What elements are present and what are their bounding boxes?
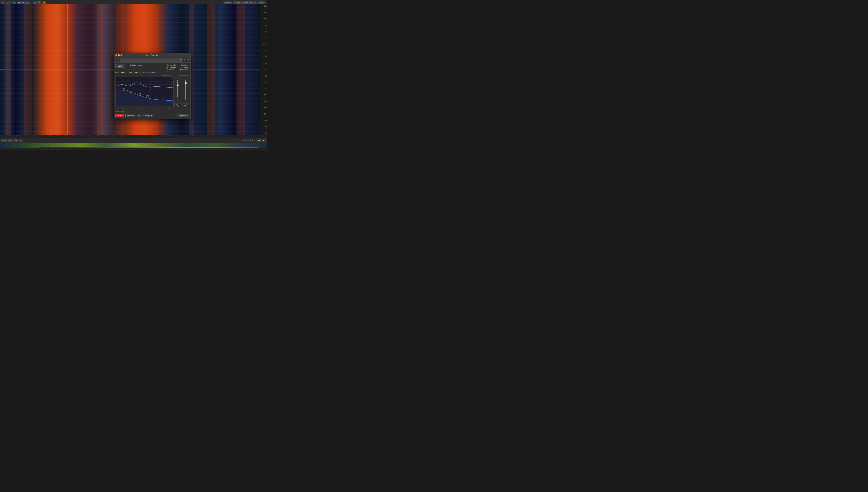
toolbar-hand-btn[interactable]: ✋ xyxy=(42,1,46,4)
toolbar-zoom-btn[interactable]: 🔍 xyxy=(37,1,42,4)
close-window-btn[interactable] xyxy=(115,54,117,56)
ruler-tick-38: 38 xyxy=(168,135,170,137)
transport-record-btn[interactable]: ● xyxy=(16,149,19,150)
zoom-selection-btn[interactable]: ⊞ xyxy=(20,139,23,142)
freq-labels: 100 1k 10k Hz xyxy=(115,108,189,109)
toolbar-forward-btn[interactable]: → xyxy=(6,1,10,4)
gentle-option[interactable]: Gentle xyxy=(180,69,189,71)
toolbar-rewind-btn[interactable]: ⏮ xyxy=(12,1,16,4)
meter-row: Input Output Threshold xyxy=(115,72,189,74)
threshold-slider-track[interactable] xyxy=(177,80,178,102)
slider-labels-header: Threshold (dB) Reduction (dB) xyxy=(115,75,189,76)
optimize-dialogue-option[interactable]: Dialogue xyxy=(166,67,177,69)
sliders-container: 9.6 20.0 xyxy=(174,77,189,107)
zoom-in-btn[interactable]: 🔍+ xyxy=(1,139,7,142)
dialog-back-btn[interactable]: ← xyxy=(115,58,119,62)
transport-stop-btn[interactable]: ⏹ xyxy=(11,149,15,150)
minimize-window-btn[interactable] xyxy=(118,54,120,56)
gain-select[interactable]: Gain xyxy=(256,139,265,142)
toolbar-more-btn[interactable]: More ▾ xyxy=(258,1,265,4)
transport-next-btn[interactable]: ⏭ xyxy=(30,149,34,150)
freq-1-5k: 1.5k xyxy=(260,81,267,83)
freq-15k: 15k xyxy=(260,11,267,14)
adaptive-mode-checkbox[interactable] xyxy=(127,64,129,66)
freq-4-5k: 4.5k xyxy=(260,43,267,45)
effects-toolbar: 🔍+ 🔍- ⇔ ⊞ Instant process Gain xyxy=(0,138,267,143)
surgical-radio[interactable] xyxy=(180,67,182,69)
surgical-label: Surgical xyxy=(182,67,189,69)
ruler-tick-20: 20 xyxy=(25,135,27,137)
waveform-bar[interactable] xyxy=(0,143,267,148)
plus-button[interactable]: + xyxy=(137,114,141,117)
toolbar-play-back-btn[interactable]: ◀▶ xyxy=(17,1,22,4)
dialog-help-btn[interactable]: ? xyxy=(187,58,189,62)
compare-button[interactable]: Compare xyxy=(142,114,154,117)
freq-500: 500 xyxy=(260,100,267,102)
freq-6k: 6k xyxy=(260,30,267,32)
gentle-radio[interactable] xyxy=(180,69,182,71)
freq-200: 200 xyxy=(260,120,267,121)
reduction-value-input[interactable]: 20.0 xyxy=(182,103,189,106)
dialog-titlebar: Voice De-noise xyxy=(114,53,190,57)
learn-button[interactable]: Learn xyxy=(115,64,125,68)
dialog-menu-btn[interactable]: ≡ xyxy=(184,58,186,62)
zoom-fit-btn[interactable]: ⇔ xyxy=(14,139,18,142)
eq-point-4[interactable]: 4 xyxy=(146,95,149,97)
filter-type-section: Filter type: Surgical Gentle xyxy=(180,64,189,71)
freq-1k-scale: 1k xyxy=(260,88,267,90)
output-label: Output xyxy=(128,72,133,74)
toolbar-declip-btn[interactable]: De-clip xyxy=(241,1,249,4)
reduction-slider-thumb[interactable] xyxy=(185,82,187,84)
toolbar-end-btn[interactable]: ⏭ xyxy=(26,1,30,4)
ruler-tick-26: 26 xyxy=(73,135,75,137)
transport-play-pause-btn[interactable]: ▶ xyxy=(25,149,29,150)
surgical-option[interactable]: Surgical xyxy=(180,67,189,69)
toolbar-declick-btn[interactable]: De-click xyxy=(233,1,241,4)
reduction-slider-track[interactable] xyxy=(185,80,186,102)
eq-graph[interactable]: 1 2 3 4 5 6 dB 30 40 xyxy=(115,77,174,106)
threshold-slider-thumb[interactable] xyxy=(177,84,179,87)
threshold-value-input[interactable]: 9.6 xyxy=(174,103,181,106)
toolbar-play-btn[interactable]: ▶ xyxy=(22,1,26,4)
freq-10k: 10k xyxy=(152,108,155,109)
stop-button[interactable]: Stop xyxy=(115,114,124,117)
toolbar-group-modules: De-noise De-click De-clip De-hum More ▾ xyxy=(223,1,266,4)
maximize-window-btn[interactable] xyxy=(121,54,122,56)
bypass-button[interactable]: Bypass xyxy=(125,114,136,117)
freq-100-scale: 100 xyxy=(260,126,267,127)
freq-400: 400 xyxy=(260,107,267,109)
spectrogram-container[interactable]: M Voice De-noise ← ≡ ? xyxy=(0,4,260,135)
ruler-tick-41: 41 xyxy=(192,135,194,137)
eq-point-5[interactable]: 5 xyxy=(154,96,156,98)
ruler-tick-25: 25 xyxy=(65,135,67,137)
ruler-tick-19: 19 xyxy=(17,135,19,137)
dialog-preset-select[interactable] xyxy=(120,58,182,62)
eq-point-3[interactable]: 3 xyxy=(139,93,141,96)
toolbar-dehum-btn[interactable]: De-hum xyxy=(249,1,258,4)
time-ruler-inner: 18 19 20 21 22 23 24 25 26 27 28 29 30 3… xyxy=(1,135,266,138)
ruler-tick-34: 34 xyxy=(137,135,138,137)
toolbar-group-tools: ▦ 🔍 ✋ xyxy=(32,1,47,4)
zoom-out-btn[interactable]: 🔍- xyxy=(8,139,13,142)
eq-and-controls: 1 2 3 4 5 6 dB 30 40 xyxy=(115,77,189,107)
adaptive-mode-toggle[interactable]: Adaptive mode xyxy=(127,64,142,66)
frequency-scale: 25k 15k 10k 8k 6k 5k 4.5k 4k 3.5k 3k 2.5… xyxy=(260,4,267,135)
eq-point-6[interactable]: 6 xyxy=(162,97,164,99)
freq-700: 700 xyxy=(260,94,267,96)
toolbar-group-transport: ⏮ ◀▶ ▶ ⏭ xyxy=(12,1,31,4)
ruler-tick-37: 37 xyxy=(161,135,162,137)
optimize-music-option[interactable]: Music xyxy=(166,69,177,71)
ruler-tick-31: 31 xyxy=(113,135,114,137)
freq-2k: 2k xyxy=(260,75,267,77)
render-button[interactable]: Render xyxy=(177,114,189,117)
transport-loop-btn[interactable]: ↻ xyxy=(35,149,38,150)
freq-hz: Hz xyxy=(168,108,169,109)
eq-point-2[interactable]: 2 xyxy=(130,91,133,94)
toolbar-select-btn[interactable]: ▦ xyxy=(33,1,37,4)
transport-prev-btn[interactable]: ⏮ xyxy=(20,149,24,150)
music-radio[interactable] xyxy=(166,69,168,71)
dialogue-radio[interactable] xyxy=(166,67,168,69)
eq-point-1[interactable]: 1 xyxy=(123,88,125,91)
toolbar-denoise-btn[interactable]: De-noise xyxy=(223,1,232,4)
toolbar-back-btn[interactable]: ← xyxy=(1,1,5,4)
